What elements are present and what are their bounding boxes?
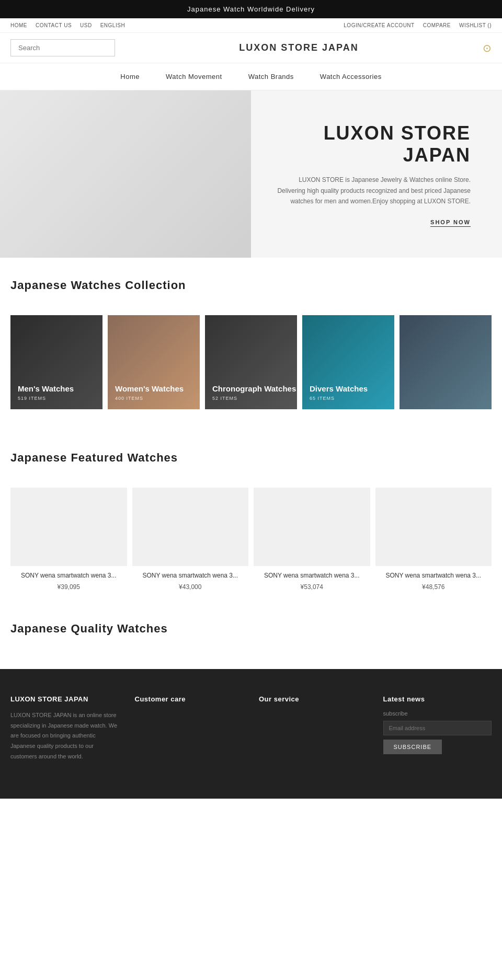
hero-title: LUXON STORE JAPAN [272,122,471,166]
product-name-2: SONY wena smartwatch wena 3... [132,571,249,580]
footer-service-title: Our service [259,695,368,703]
footer-customer-title: Customer care [135,695,244,703]
hero-description: LUXON STORE is Japanese Jewelry & Watche… [272,175,471,206]
nav-main-brands[interactable]: Watch Brands [248,73,294,80]
cat-items-diver: 65 ITEMS [310,396,368,401]
footer-grid: LUXON STORE JAPAN LUXON STORE JAPAN is a… [10,695,492,762]
cat-items-women: 400 ITEMS [115,396,184,401]
cat-name-diver: Divers Watches [310,384,368,394]
footer-col-brand: LUXON STORE JAPAN LUXON STORE JAPAN is a… [10,695,119,762]
footer-email-label: subscribe [383,710,492,717]
collection-title: Japanese Watches Collection [10,279,492,292]
product-card-2[interactable]: SONY wena smartwatch wena 3... ¥43,000 [132,488,249,591]
collection-card-men[interactable]: Men's Watches 519 ITEMS [10,315,102,409]
product-card-3[interactable]: SONY wena smartwatch wena 3... ¥53,074 [254,488,370,591]
collection-card-women[interactable]: Women's Watches 400 ITEMS [108,315,200,409]
top-bar: Japanese Watch Worldwide Delivery [0,0,502,18]
logo: LUXON STORE JAPAN [239,42,358,53]
nav-main-accessories[interactable]: Watch Accessories [320,73,382,80]
nav-top: HOME CONTACT US USD ENGLISH LOGIN/CREATE… [0,18,502,33]
product-price-3: ¥53,074 [254,583,370,591]
hero-image [0,90,251,258]
collection-card-diver[interactable]: Divers Watches 65 ITEMS [302,315,394,409]
collection-grid: Men's Watches 519 ITEMS Women's Watches … [0,315,502,409]
nav-compare[interactable]: COMPARE [423,22,451,28]
featured-section: Japanese Featured Watches [0,430,502,488]
footer-col-news: Latest news subscribe SUBSCRIBE [383,695,492,762]
product-img-3 [254,488,370,566]
footer-about: LUXON STORE JAPAN is an online store spe… [10,710,119,762]
nav-top-left: HOME CONTACT US USD ENGLISH [10,22,125,28]
nav-contact[interactable]: CONTACT US [36,22,72,28]
product-price-4: ¥48,576 [375,583,492,591]
footer-brand-name: LUXON STORE JAPAN [10,695,119,703]
hero-section: LUXON STORE JAPAN LUXON STORE is Japanes… [0,90,502,258]
collection-card-chrono[interactable]: Chronograph Watches 52 ITEMS [205,315,297,409]
product-img-2 [132,488,249,566]
collection-label-diver: Divers Watches 65 ITEMS [310,384,368,401]
footer: LUXON STORE JAPAN LUXON STORE JAPAN is a… [0,669,502,799]
product-img-4 [375,488,492,566]
featured-grid: SONY wena smartwatch wena 3... ¥39,095 S… [0,488,502,591]
footer-news-title: Latest news [383,695,492,703]
hero-content: LUXON STORE JAPAN LUXON STORE is Japanes… [272,122,471,225]
quality-title: Japanese Quality Watches [10,622,492,636]
product-price-1: ¥39,095 [10,583,127,591]
nav-top-right: LOGIN/CREATE ACCOUNT COMPARE WISHLIST () [344,22,492,28]
nav-login[interactable]: LOGIN/CREATE ACCOUNT [344,22,414,28]
product-card-4[interactable]: SONY wena smartwatch wena 3... ¥48,576 [375,488,492,591]
collection-label-chrono: Chronograph Watches 52 ITEMS [212,384,296,401]
main-nav: Home Watch Movement Watch Brands Watch A… [0,63,502,90]
product-price-2: ¥43,000 [132,583,249,591]
footer-col-service: Our service [259,695,368,762]
footer-col-customer: Customer care [135,695,244,762]
cat-name-men: Men's Watches [18,384,74,394]
nav-home[interactable]: HOME [10,22,27,28]
product-name-1: SONY wena smartwatch wena 3... [10,571,127,580]
search-input[interactable] [10,39,115,56]
cat-items-men: 519 ITEMS [18,396,74,401]
nav-main-movement[interactable]: Watch Movement [166,73,222,80]
collection-label-men: Men's Watches 519 ITEMS [18,384,74,401]
collection-card-extra[interactable] [400,315,492,409]
footer-subscribe-button[interactable]: SUBSCRIBE [383,740,442,754]
cat-name-women: Women's Watches [115,384,184,394]
nav-usd[interactable]: USD [80,22,92,28]
top-bar-text: Japanese Watch Worldwide Delivery [187,5,315,13]
nav-wishlist[interactable]: WISHLIST () [459,22,492,28]
header: LUXON STORE JAPAN ⊙ [0,33,502,63]
quality-section: Japanese Quality Watches [0,601,502,669]
collection-label-women: Women's Watches 400 ITEMS [115,384,184,401]
hero-cta-button[interactable]: SHOP NOW [430,219,471,227]
nav-main-home[interactable]: Home [120,73,140,80]
cart-icon[interactable]: ⊙ [483,42,492,54]
footer-email-input[interactable] [383,721,492,735]
product-card-1[interactable]: SONY wena smartwatch wena 3... ¥39,095 [10,488,127,591]
product-img-1 [10,488,127,566]
product-name-3: SONY wena smartwatch wena 3... [254,571,370,580]
cat-items-chrono: 52 ITEMS [212,396,296,401]
product-name-4: SONY wena smartwatch wena 3... [375,571,492,580]
collection-section: Japanese Watches Collection [0,258,502,315]
cat-name-chrono: Chronograph Watches [212,384,296,394]
nav-english[interactable]: ENGLISH [100,22,125,28]
featured-title: Japanese Featured Watches [10,451,492,465]
